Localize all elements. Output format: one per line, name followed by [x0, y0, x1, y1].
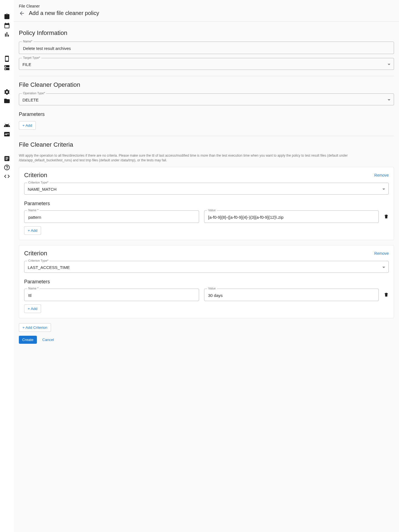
add-op-parameter-button[interactable]: + Add: [19, 121, 36, 130]
criterion-heading: Criterion: [24, 250, 47, 257]
operation-type-label: Operation Type*: [22, 91, 46, 95]
arrow-back-icon[interactable]: [19, 10, 25, 16]
param-value-input[interactable]: [208, 215, 375, 220]
calendar-icon[interactable]: [4, 22, 10, 29]
criterion-card: Criterion Remove Criterion Type* NAME_MA…: [19, 167, 394, 240]
operation-type-value: DELETE: [22, 98, 39, 102]
add-parameter-button[interactable]: + Add: [24, 304, 41, 313]
help-icon[interactable]: [4, 164, 10, 171]
criterion-type-label: Criterion Type*: [27, 181, 50, 184]
operation-type-select[interactable]: Operation Type* DELETE: [19, 93, 394, 105]
policy-name-label: Name*: [22, 40, 34, 43]
target-type-label: Target Type*: [22, 56, 41, 59]
param-value-field[interactable]: Value: [204, 210, 379, 223]
gear-icon[interactable]: [4, 89, 10, 95]
page-header: File Cleaner Add a new file cleaner poli…: [14, 0, 399, 22]
criterion-type-select[interactable]: Criterion Type* LAST_ACCESS_TIME: [24, 261, 389, 273]
folder-icon[interactable]: [4, 98, 10, 104]
chevron-down-icon: [382, 267, 385, 268]
param-value-field[interactable]: Value: [204, 289, 379, 301]
add-criterion-button[interactable]: + Add Criterion: [19, 323, 51, 332]
policy-info-heading: Policy Information: [19, 29, 394, 37]
chevron-down-icon: [388, 64, 390, 65]
clipboard-icon[interactable]: [4, 13, 10, 20]
criterion-type-label: Criterion Type*: [27, 259, 50, 262]
param-name-label: Name *: [27, 287, 40, 290]
op-parameters-heading: Parameters: [19, 111, 394, 117]
cancel-button[interactable]: Cancel: [39, 336, 57, 344]
criterion-parameters-heading: Parameters: [24, 201, 389, 207]
monitor-heart-icon[interactable]: [4, 131, 10, 138]
criterion-type-value: LAST_ACCESS_TIME: [28, 265, 70, 270]
chevron-down-icon: [388, 99, 390, 101]
param-value-label: Value: [207, 287, 217, 290]
param-name-field[interactable]: Name *: [24, 210, 199, 223]
phone-icon[interactable]: [4, 55, 10, 62]
param-name-input[interactable]: [28, 215, 195, 220]
criterion-type-select[interactable]: Criterion Type* NAME_MATCH: [24, 183, 389, 195]
trash-icon[interactable]: [384, 292, 389, 297]
breadcrumb: File Cleaner: [19, 4, 394, 8]
remove-criterion-link[interactable]: Remove: [374, 251, 389, 256]
target-type-select[interactable]: Target Type* FILE: [19, 58, 394, 70]
param-value-label: Value: [207, 208, 217, 212]
chevron-down-icon: [382, 189, 385, 190]
criterion-heading: Criterion: [24, 172, 47, 179]
parameter-row: Name * Value: [24, 289, 389, 301]
create-button[interactable]: Create: [19, 336, 37, 344]
criterion-card: Criterion Remove Criterion Type* LAST_AC…: [19, 245, 394, 318]
policy-name-input[interactable]: [22, 46, 390, 51]
page-title: Add a new file cleaner policy: [29, 10, 99, 16]
notes-icon[interactable]: [4, 155, 10, 162]
operation-heading: File Cleaner Operation: [19, 81, 394, 88]
bar-chart-icon[interactable]: [4, 31, 10, 38]
android-icon[interactable]: [4, 122, 10, 129]
add-parameter-button[interactable]: + Add: [24, 226, 41, 235]
dns-icon[interactable]: [4, 64, 10, 71]
policy-name-field[interactable]: Name*: [19, 42, 394, 54]
criterion-parameters-heading: Parameters: [24, 279, 389, 285]
parameter-row: Name * Value: [24, 210, 389, 223]
trash-icon[interactable]: [384, 214, 389, 219]
criterion-type-value: NAME_MATCH: [28, 187, 57, 192]
code-icon[interactable]: [4, 173, 10, 180]
param-name-input[interactable]: [28, 293, 195, 298]
param-value-input[interactable]: [208, 293, 375, 298]
param-name-label: Name *: [27, 208, 40, 212]
criteria-heading: File Cleaner Criteria: [19, 141, 394, 148]
remove-criterion-link[interactable]: Remove: [374, 173, 389, 177]
target-type-value: FILE: [22, 62, 31, 67]
sidebar: [0, 0, 14, 532]
param-name-field[interactable]: Name *: [24, 289, 199, 301]
criteria-help-text: Will apply the operation to all files/di…: [19, 153, 394, 163]
